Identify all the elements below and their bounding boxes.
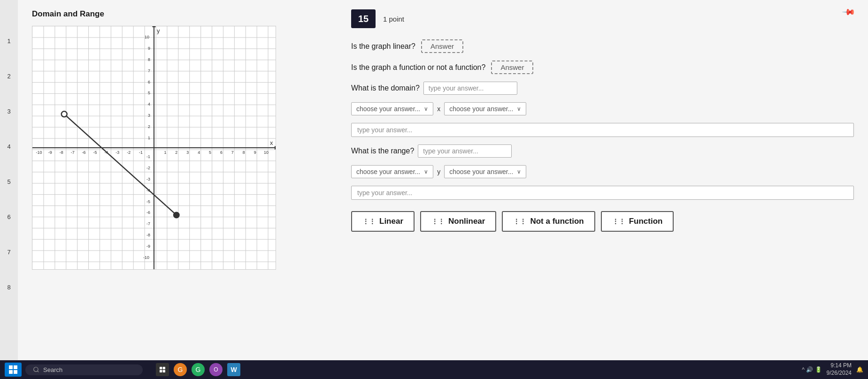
domain-type-answer[interactable]: type your answer... bbox=[351, 123, 854, 137]
svg-point-97 bbox=[34, 367, 38, 371]
svg-point-92 bbox=[174, 212, 179, 218]
question-section: 15 1 point Is the graph linear? Answer I… bbox=[337, 0, 868, 360]
svg-text:-9: -9 bbox=[48, 150, 52, 155]
svg-text:7: 7 bbox=[148, 68, 150, 73]
linear-button[interactable]: ⋮⋮ Linear bbox=[351, 211, 415, 232]
taskbar-icon-2[interactable]: G bbox=[174, 363, 187, 376]
clock-date: 9/26/2024 bbox=[827, 370, 852, 377]
question-header: 15 1 point bbox=[351, 9, 854, 28]
range-type-answer[interactable]: type your answer... bbox=[351, 186, 854, 200]
svg-text:10: 10 bbox=[264, 150, 269, 155]
svg-text:-7: -7 bbox=[146, 221, 150, 226]
svg-text:-10: -10 bbox=[143, 255, 149, 260]
q4-row: What is the range? type your answer... bbox=[351, 144, 854, 158]
svg-rect-101 bbox=[160, 370, 162, 372]
function-label: Function bbox=[629, 217, 663, 226]
svg-text:-10: -10 bbox=[36, 150, 42, 155]
sidebar-num-8: 8 bbox=[7, 284, 10, 291]
svg-text:-3: -3 bbox=[146, 177, 150, 182]
q3-text: What is the domain? bbox=[351, 84, 420, 92]
taskbar-icon-1[interactable] bbox=[156, 363, 169, 376]
section-title: Domain and Range bbox=[32, 9, 328, 19]
graph-container: x y -10 -9 -8 -7 -6 -5 -4 -3 -2 -1 1 2 3… bbox=[32, 26, 276, 270]
svg-text:2: 2 bbox=[175, 150, 177, 155]
not-function-label: Not a function bbox=[530, 217, 584, 226]
taskbar-icons: G G O W bbox=[156, 363, 240, 376]
question-number: 15 bbox=[351, 9, 376, 28]
system-tray-icons: ^ 🔊 🔋 bbox=[802, 366, 822, 373]
not-function-dots: ⋮⋮ bbox=[513, 218, 526, 225]
function-button[interactable]: ⋮⋮ Function bbox=[601, 211, 674, 232]
svg-marker-47 bbox=[152, 26, 156, 27]
svg-text:y: y bbox=[157, 27, 160, 34]
sidebar-num-2: 2 bbox=[7, 73, 10, 80]
nonlinear-label: Nonlinear bbox=[448, 217, 485, 226]
svg-text:8: 8 bbox=[148, 57, 150, 62]
svg-text:9: 9 bbox=[148, 46, 150, 51]
svg-text:-3: -3 bbox=[115, 150, 119, 155]
svg-text:-6: -6 bbox=[82, 150, 86, 155]
svg-text:-6: -6 bbox=[146, 210, 150, 215]
start-button[interactable] bbox=[5, 363, 22, 377]
range-select-row: choose your answer... ∨ y choose your an… bbox=[351, 165, 854, 178]
svg-text:-5: -5 bbox=[93, 150, 97, 155]
svg-rect-96 bbox=[14, 370, 17, 374]
taskbar-clock: 9:14 PM 9/26/2024 bbox=[827, 362, 852, 377]
svg-text:-8: -8 bbox=[60, 150, 63, 155]
sidebar-num-7: 7 bbox=[7, 249, 10, 256]
range-y-label: y bbox=[437, 168, 440, 175]
range-select-1-label: choose your answer... bbox=[356, 168, 420, 175]
taskbar-right: ^ 🔊 🔋 9:14 PM 9/26/2024 🔔 bbox=[802, 362, 863, 377]
taskbar: Search G G O W ^ 🔊 🔋 9:14 PM 9/26/2024 bbox=[0, 360, 868, 379]
svg-rect-93 bbox=[9, 365, 13, 369]
svg-rect-100 bbox=[163, 367, 165, 369]
domain-select-1-label: choose your answer... bbox=[356, 105, 420, 113]
domain-select-2[interactable]: choose your answer... ∨ bbox=[444, 102, 526, 115]
svg-text:9: 9 bbox=[254, 150, 256, 155]
domain-select-1[interactable]: choose your answer... ∨ bbox=[351, 102, 433, 115]
q1-answer-box[interactable]: Answer bbox=[421, 39, 463, 53]
svg-point-91 bbox=[61, 111, 67, 117]
linear-dots: ⋮⋮ bbox=[362, 218, 376, 225]
range-chevron-1: ∨ bbox=[424, 168, 428, 175]
domain-type-input[interactable]: type your answer... bbox=[423, 82, 517, 95]
svg-text:6: 6 bbox=[148, 80, 150, 84]
range-select-2-label: choose your answer... bbox=[449, 168, 513, 175]
domain-select-2-label: choose your answer... bbox=[449, 105, 513, 113]
range-select-2[interactable]: choose your answer... ∨ bbox=[444, 165, 526, 178]
q3-row: What is the domain? type your answer... bbox=[351, 82, 854, 95]
search-text: Search bbox=[43, 366, 62, 373]
not-a-function-button[interactable]: ⋮⋮ Not a function bbox=[502, 211, 595, 232]
range-select-1[interactable]: choose your answer... ∨ bbox=[351, 165, 433, 178]
domain-x-label: x bbox=[437, 105, 440, 113]
svg-text:10: 10 bbox=[145, 35, 149, 39]
svg-text:3: 3 bbox=[148, 113, 150, 118]
q2-row: Is the graph a function or not a functio… bbox=[351, 61, 854, 74]
svg-text:5: 5 bbox=[209, 150, 211, 155]
svg-text:-2: -2 bbox=[127, 150, 131, 155]
nonlinear-dots: ⋮⋮ bbox=[431, 218, 445, 225]
svg-rect-99 bbox=[160, 367, 162, 369]
svg-text:6: 6 bbox=[220, 150, 223, 155]
svg-text:3: 3 bbox=[186, 150, 189, 155]
svg-rect-102 bbox=[163, 370, 165, 372]
taskbar-icon-3[interactable]: G bbox=[192, 363, 205, 376]
q1-text: Is the graph linear? bbox=[351, 42, 415, 51]
taskbar-icon-4[interactable]: O bbox=[209, 363, 223, 376]
content-area: Domain and Range bbox=[18, 0, 868, 360]
taskbar-icon-5[interactable]: W bbox=[227, 363, 240, 376]
function-dots: ⋮⋮ bbox=[612, 218, 625, 225]
sidebar-num-5: 5 bbox=[7, 178, 10, 185]
q2-answer-box[interactable]: Answer bbox=[491, 61, 533, 74]
range-type-input[interactable]: type your answer... bbox=[418, 144, 512, 158]
svg-text:-9: -9 bbox=[146, 244, 150, 249]
notification-icon[interactable]: 🔔 bbox=[856, 366, 863, 373]
answer-buttons: ⋮⋮ Linear ⋮⋮ Nonlinear ⋮⋮ Not a function… bbox=[351, 211, 854, 232]
left-sidebar: 1 2 3 4 5 6 7 8 bbox=[0, 0, 18, 360]
svg-text:-1: -1 bbox=[146, 154, 150, 159]
taskbar-search-bar[interactable]: Search bbox=[25, 364, 143, 375]
clock-time: 9:14 PM bbox=[827, 362, 852, 370]
svg-text:-1: -1 bbox=[139, 150, 143, 155]
nonlinear-button[interactable]: ⋮⋮ Nonlinear bbox=[420, 211, 496, 232]
domain-chevron-1: ∨ bbox=[424, 106, 428, 112]
